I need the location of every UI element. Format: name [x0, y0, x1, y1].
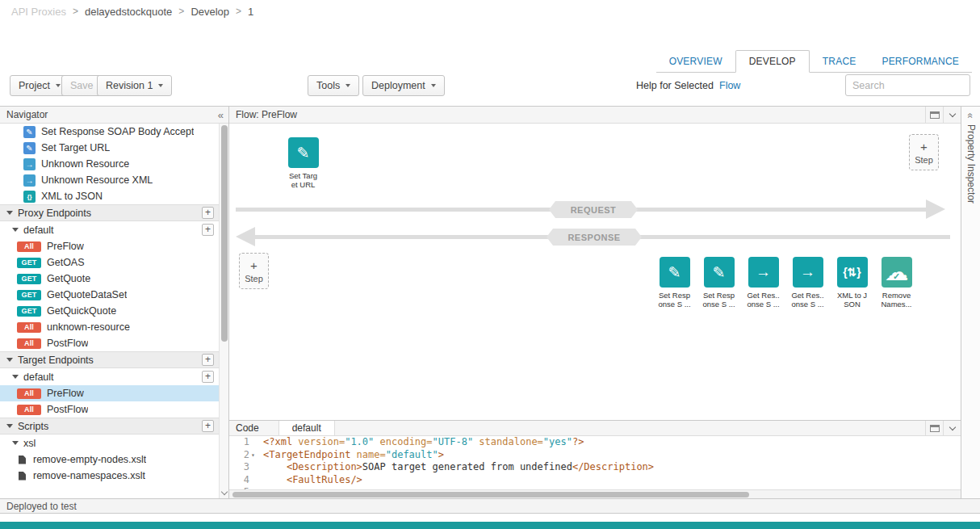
add-button[interactable]: + — [202, 224, 214, 236]
add-button[interactable]: + — [202, 207, 214, 219]
collapse-triangle-icon — [12, 375, 19, 379]
flow-step-set-resp-onse-s[interactable]: ✎Set Response S ... — [653, 257, 696, 309]
deployment-button[interactable]: Deployment — [362, 75, 445, 96]
policy-item-unknown-resource[interactable]: →Unknown Resource — [0, 156, 219, 172]
code-editor[interactable]: 12▾345▾ <?xml version="1.0" encoding="UT… — [229, 436, 961, 498]
add-button[interactable]: + — [202, 354, 214, 366]
expand-property-inspector-icon[interactable] — [961, 110, 980, 121]
navigator-scrollbar[interactable] — [219, 124, 228, 498]
method-badge: GET — [17, 258, 41, 268]
code-tab-default[interactable]: default — [279, 421, 335, 435]
group-header-default[interactable]: default+ — [0, 221, 219, 238]
code-token: <TargetEndpoint — [263, 449, 357, 460]
deployment-button-label: Deployment — [371, 80, 425, 91]
item-label: PostFlow — [47, 338, 88, 349]
tab-develop[interactable]: DEVELOP — [735, 50, 810, 73]
flow-step-get-res-onse-s[interactable]: →Get Res..onse S ... — [742, 257, 785, 309]
tab-overview[interactable]: OVERVIEW — [656, 50, 735, 72]
method-badge: All — [17, 322, 41, 333]
nav-item-remove-namespaces-xslt[interactable]: remove-namespaces.xslt — [0, 468, 219, 484]
add-request-step-button[interactable]: + Step — [909, 134, 939, 170]
fold-marker-icon[interactable]: ▾ — [249, 449, 257, 462]
scroll-down-icon[interactable] — [221, 489, 228, 495]
add-button[interactable]: + — [202, 420, 214, 432]
line-number-text: 4 — [244, 474, 249, 487]
group-header-xsl[interactable]: xsl — [0, 435, 219, 451]
step-label: Get Res..onse S ... — [791, 291, 823, 309]
code-line: <FaultRules/> — [263, 474, 961, 487]
group-title: xsl — [23, 438, 36, 449]
flow-step-set-targ-et-url[interactable]: ✎Set Target URL — [282, 137, 325, 190]
policy-item-unknown-resource-xml[interactable]: →Unknown Resource XML — [0, 172, 219, 188]
item-label: PreFlow — [47, 388, 84, 399]
nav-item-postflow[interactable]: AllPostFlow — [0, 401, 219, 418]
nav-item-postflow[interactable]: AllPostFlow — [0, 335, 219, 351]
project-button[interactable]: Project — [10, 75, 69, 96]
panel-layout-icon[interactable] — [925, 107, 943, 123]
line-number-text: 1 — [244, 436, 249, 449]
collapse-code-panel-icon[interactable] — [943, 421, 961, 435]
collapse-triangle-icon — [12, 228, 19, 232]
policy-item-set-target-url[interactable]: ✎Set Target URL — [0, 140, 219, 156]
policy-item-xml-to-json[interactable]: {}XML to JSON — [0, 188, 219, 204]
line-number: 2▾ — [229, 449, 257, 462]
breadcrumb-item-api-proxies[interactable]: API Proxies — [11, 6, 66, 18]
flow-step-set-resp-onse-s[interactable]: ✎Set Response S ... — [697, 257, 740, 309]
nav-item-getquotedataset[interactable]: GETGetQuoteDataSet — [0, 287, 219, 303]
breadcrumb-separator: > — [236, 6, 241, 17]
scrollbar-thumb[interactable] — [221, 125, 228, 342]
breadcrumb-item-1[interactable]: 1 — [248, 6, 253, 18]
revision-button-label: Revision 1 — [106, 80, 153, 91]
section-header-target-endpoints[interactable]: Target Endpoints+ — [0, 351, 219, 368]
policy-item-set-response-soap-body-accept[interactable]: ✎Set Response SOAP Body Accept — [0, 124, 219, 140]
line-number-text: 3 — [244, 461, 249, 474]
step-label-line1: Remove — [881, 291, 911, 300]
response-steps: ✎Set Response S ...✎Set Response S ...→G… — [653, 257, 918, 309]
collapse-navigator-icon[interactable] — [218, 109, 228, 121]
nav-item-getquickquote[interactable]: GETGetQuickQuote — [0, 303, 219, 319]
section-title: Target Endpoints — [18, 355, 94, 366]
collapse-triangle-icon — [6, 424, 13, 428]
step-label: Set Target URL — [289, 171, 317, 190]
file-icon — [19, 472, 26, 481]
window-icon — [930, 111, 940, 119]
panel-layout-icon[interactable] — [925, 421, 943, 435]
save-button[interactable]: Save — [61, 75, 103, 96]
nav-item-remove-empty-nodes-xslt[interactable]: remove-empty-nodes.xslt — [0, 451, 219, 468]
item-label: GetQuickQuote — [47, 305, 116, 317]
chevron-down-icon — [158, 84, 163, 87]
nav-item-preflow[interactable]: AllPreFlow — [0, 385, 219, 401]
chevron-down-icon — [431, 84, 436, 87]
flow-step-get-res-onse-s[interactable]: →Get Res..onse S ... — [786, 257, 829, 309]
add-button[interactable]: + — [202, 371, 214, 383]
section-title: Scripts — [18, 421, 48, 432]
status-bar: Deployed to test — [0, 498, 980, 514]
breadcrumb-item-delayedstockquote[interactable]: delayedstockquote — [85, 6, 172, 18]
nav-item-unknown-resource[interactable]: Allunknown-resource — [0, 319, 219, 335]
nav-item-getoas[interactable]: GETGetOAS — [0, 254, 219, 271]
scrollbar-thumb[interactable] — [232, 492, 749, 498]
group-header-default[interactable]: default+ — [0, 368, 219, 385]
section-header-proxy-endpoints[interactable]: Proxy Endpoints+ — [0, 204, 219, 221]
breadcrumb-item-develop[interactable]: Develop — [191, 6, 229, 18]
code-token: <Description> — [287, 461, 362, 472]
tab-performance[interactable]: PERFORMANCE — [869, 50, 972, 72]
nav-item-preflow[interactable]: AllPreFlow — [0, 238, 219, 254]
policy-label: Set Response SOAP Body Accept — [41, 126, 194, 137]
tools-button[interactable]: Tools — [308, 75, 359, 96]
tab-trace[interactable]: TRACE — [810, 50, 869, 72]
flow-step-xml-to-j-son[interactable]: {⇅}XML to JSON — [831, 257, 873, 309]
help-flow-link[interactable]: Flow — [719, 75, 740, 97]
revision-button[interactable]: Revision 1 — [97, 75, 172, 96]
step-label: Set Response S ... — [702, 291, 735, 309]
code-token: "1.0" — [345, 436, 374, 447]
section-header-scripts[interactable]: Scripts+ — [0, 418, 219, 435]
code-horizontal-scrollbar[interactable] — [229, 489, 961, 498]
policy-label: Set Target URL — [41, 142, 110, 153]
nav-item-getquote[interactable]: GETGetQuote — [0, 271, 219, 287]
collapse-flow-panel-icon[interactable] — [943, 107, 961, 123]
method-badge: GET — [17, 274, 41, 284]
flow-step-remove-names[interactable]: ☁✓RemoveNames... — [875, 257, 918, 309]
search-input[interactable] — [845, 74, 970, 96]
add-response-step-button[interactable]: + Step — [239, 253, 269, 289]
